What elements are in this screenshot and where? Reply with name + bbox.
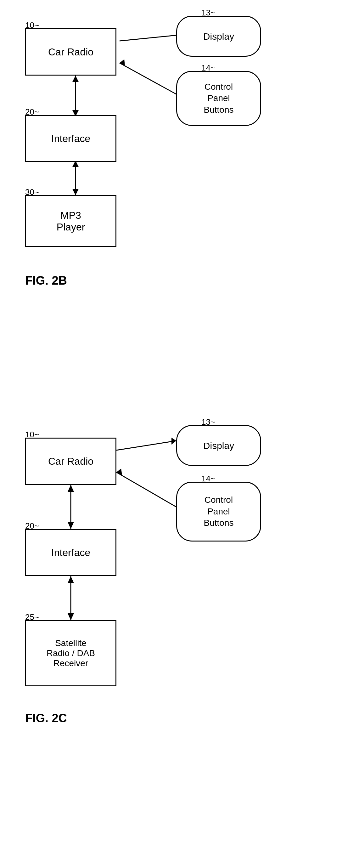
interface-box-2c: Interface [25, 529, 117, 576]
svg-marker-6 [72, 75, 79, 82]
display-ref-2b: 13~ [201, 8, 215, 18]
display-bubble-2c: Display [176, 425, 261, 466]
svg-line-0 [120, 35, 183, 41]
car-radio-box-2c: Car Radio [25, 438, 117, 485]
car-radio-ref-2c: 10~ [25, 430, 39, 439]
control-ref-2c: 14~ [201, 474, 215, 484]
svg-line-10 [117, 441, 176, 450]
fig2b-label: FIG. 2B [25, 274, 67, 287]
mp3-player-box-2b: MP3 Player [25, 195, 117, 247]
fig2b-diagram: Car Radio 10~ Interface 20~ MP3 Player 3… [0, 0, 353, 409]
svg-marker-13 [117, 468, 122, 475]
svg-marker-16 [68, 485, 74, 492]
fig2c-diagram: Car Radio 10~ Interface 20~ Satellite Ra… [0, 409, 353, 868]
car-radio-ref-2b: 10~ [25, 21, 39, 30]
control-panel-bubble-2b: Control Panel Buttons [176, 71, 261, 126]
control-panel-bubble-2c: Control Panel Buttons [176, 482, 261, 541]
interface-ref-2c: 20~ [25, 521, 39, 531]
interface-ref-2b: 20~ [25, 107, 39, 117]
control-ref-2b: 14~ [201, 63, 215, 73]
mp3-ref-2b: 30~ [25, 187, 39, 197]
svg-marker-8 [72, 189, 79, 195]
car-radio-box-2b: Car Radio [25, 28, 117, 75]
sat-radio-box-2c: Satellite Radio / DAB Receiver [25, 620, 117, 686]
sat-ref-2c: 25~ [25, 612, 39, 622]
display-ref-2c: 13~ [201, 417, 215, 427]
svg-marker-18 [68, 613, 74, 620]
svg-line-2 [120, 63, 183, 98]
svg-marker-19 [68, 576, 74, 583]
svg-marker-11 [171, 438, 176, 444]
display-bubble-2b: Display [176, 16, 261, 57]
svg-marker-15 [68, 522, 74, 529]
interface-box-2b: Interface [25, 115, 117, 162]
svg-line-12 [117, 472, 176, 507]
svg-marker-3 [120, 59, 125, 66]
fig2c-label: FIG. 2C [25, 712, 67, 725]
